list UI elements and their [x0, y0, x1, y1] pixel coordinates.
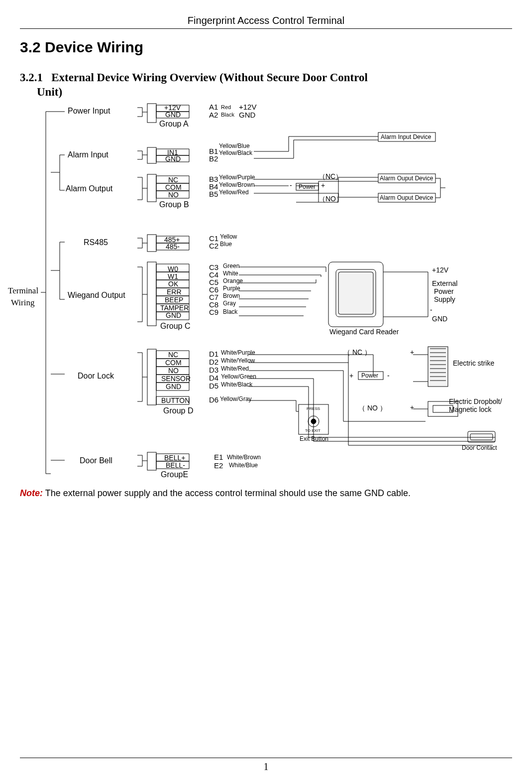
col-c7: Brown	[223, 292, 240, 299]
svg-point-20	[311, 419, 316, 424]
col-c1: Yellow	[220, 233, 237, 240]
pin-c9: GND	[166, 311, 181, 319]
pin-c6: ERR	[167, 288, 182, 296]
page-number: 1	[20, 758, 512, 773]
note-label: Note:	[20, 488, 43, 498]
lbl-d2: D2	[209, 358, 218, 366]
lbl-c2: C2	[209, 242, 218, 250]
d-drop1: Electric Dropbolt/	[449, 397, 502, 405]
pin-c3: W0	[168, 265, 178, 273]
pin-d5: GND	[166, 383, 181, 391]
col-c2: Blue	[220, 241, 232, 248]
col-b2: Yellow/Black	[219, 149, 252, 156]
pin-d1: NC	[168, 351, 178, 359]
d-exit: Exit Button	[300, 435, 328, 442]
lbl-c9: C9	[209, 308, 218, 316]
subsection-title: 3.2.1 External Device Wiring Overview (W…	[20, 71, 512, 100]
d-minus: -	[387, 372, 390, 380]
b-minus: -	[290, 181, 292, 189]
group-c: Group C	[160, 322, 190, 331]
d-plus1: +	[410, 348, 414, 356]
pin-d6: BUTTON	[161, 396, 190, 404]
col-e1: White/Brown	[227, 454, 261, 461]
d-drop2: Magnetic lock	[449, 405, 492, 413]
pin-d3: NO	[168, 367, 179, 375]
svg-rect-13	[338, 272, 373, 314]
eps-12v: +12V	[432, 266, 448, 274]
pin-b3: NC	[168, 176, 178, 184]
lbl-b5: B5	[209, 190, 218, 198]
col-c9: Black	[223, 308, 237, 315]
eps-l3: Power	[434, 287, 454, 295]
pin-c5: OK	[168, 280, 178, 288]
col-e2: White/Blue	[229, 462, 258, 469]
eps-l2: External	[432, 279, 457, 287]
pin-c7: BEEP	[165, 296, 183, 304]
d-pwr: Power	[361, 372, 378, 379]
lbl-a1: A1	[209, 103, 218, 111]
pin-d2: COM	[165, 359, 182, 367]
svg-rect-21	[468, 431, 495, 442]
eps-gnd: GND	[432, 315, 447, 323]
svg-rect-0	[147, 104, 156, 123]
d-contact: Door Contact	[462, 444, 497, 451]
group-e: GroupE	[161, 470, 188, 479]
cat-alarm-out: Alarm Output	[66, 184, 112, 193]
col-a1: Red	[221, 104, 231, 110]
b-nc: （NC）	[319, 172, 342, 181]
col-b3: Yellow/Purple	[219, 174, 255, 181]
col-d6: Yellow/Gray	[220, 395, 252, 402]
svg-rect-3	[147, 235, 156, 252]
group-a: Group A	[159, 120, 189, 129]
pin-d4: SENSOR	[161, 375, 191, 383]
group-b: Group B	[159, 200, 189, 209]
svg-rect-5	[147, 349, 156, 405]
lbl-a2: A2	[209, 111, 218, 119]
svg-rect-4	[147, 262, 156, 326]
dev-b3: Alarm Ouput Device	[380, 194, 433, 201]
section-title: 3.2 Device Wiring	[20, 39, 512, 56]
col-d4: Yellow/Green	[221, 373, 256, 380]
svg-rect-22	[470, 434, 493, 440]
pin-b4: COM	[165, 183, 182, 191]
b-plus: +	[321, 181, 325, 189]
d-strike: Electric strike	[453, 359, 494, 367]
d-plus3: +	[410, 403, 414, 411]
d-plus2: +	[349, 372, 353, 380]
pin-e2: BELL-	[166, 461, 185, 469]
eps-l4: Supply	[434, 295, 455, 303]
subsection-text-line1: External Device Wiring Overview (Without…	[51, 71, 368, 84]
pin-b2: GND	[165, 155, 181, 163]
col-d1: White/Purple	[221, 349, 255, 356]
cat-door-lock: Door Lock	[78, 372, 114, 381]
dev-b2: Alarm Ouput Device	[380, 175, 433, 182]
b-pwr: Power	[299, 183, 316, 190]
lbl-d4: D4	[209, 374, 218, 382]
col-c8: Gray	[223, 300, 236, 307]
col-d3: White/Red	[221, 365, 249, 372]
lbl-e1: E1	[214, 453, 223, 461]
col-c6: Purple	[223, 285, 240, 292]
lbl-d6: D6	[209, 395, 218, 404]
side-label-1: Terminal	[8, 286, 38, 296]
lbl-d1: D1	[209, 350, 218, 358]
note-text: The external power supply and the access…	[43, 488, 411, 498]
lbl-e2: E2	[214, 461, 223, 470]
note-line: Note: The external power supply and the …	[20, 488, 512, 499]
d-nc: （ NC ）	[343, 348, 371, 357]
dev-b1: Alarm Input Device	[381, 133, 431, 140]
lbl-d3: D3	[209, 366, 218, 374]
cat-wiegand: Wiegand Output	[68, 291, 125, 300]
pin-c2: 485-	[166, 243, 180, 251]
group-d: Group D	[163, 406, 193, 415]
col-b5: Yellow/Red	[219, 189, 249, 196]
col-c4: White	[223, 270, 238, 277]
btn-press: PRESS	[307, 406, 320, 411]
pin-c4: W1	[168, 272, 178, 280]
svg-rect-2	[147, 174, 156, 202]
col-b4: Yellow/Brown	[219, 181, 255, 188]
b-no: （NO）	[319, 195, 343, 204]
cat-alarm-in: Alarm Input	[68, 150, 108, 159]
pin-e1: BELL+	[164, 454, 185, 462]
col-c3: Green	[223, 262, 239, 269]
